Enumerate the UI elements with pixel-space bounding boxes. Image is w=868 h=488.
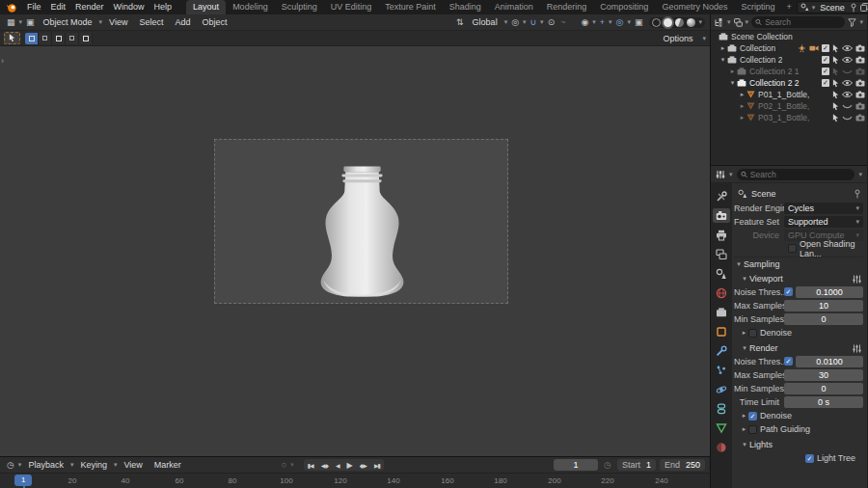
show-object-types-icon[interactable]: ◉ [579,17,590,27]
options-dropdown[interactable]: Options [658,34,697,43]
outliner-row-collection-2-2[interactable]: ▾ Collection 2 2 ✓ [711,77,867,89]
transform-orientation-selector[interactable]: Global [468,17,502,27]
selectable-pointer-icon[interactable] [832,102,839,111]
tab-scene[interactable] [713,266,730,281]
new-scene-icon[interactable] [860,3,868,12]
camera-visibility-icon[interactable] [855,91,865,98]
path-guiding-checkbox[interactable] [748,425,757,434]
tab-scripting[interactable]: Scripting [734,0,781,14]
outliner-row-collection-2[interactable]: ▾ Collection 2 ✓ [711,54,867,66]
menu-window[interactable]: Window [109,0,149,14]
tab-physics[interactable] [713,382,730,396]
camera-visibility-icon[interactable] [855,68,865,75]
filter-funnel-icon[interactable] [848,18,856,27]
tab-uv-editing[interactable]: UV Editing [324,0,379,14]
expand-icon[interactable]: ▸ [738,102,746,110]
active-tool-button[interactable] [4,32,20,44]
outliner-row-collection[interactable]: ▸ Collection ✓ [711,42,867,54]
vp-max-samples-field[interactable]: 10 [784,300,863,312]
menu-help[interactable]: Help [149,0,177,14]
tab-output[interactable] [713,228,730,242]
shading-wireframe-icon[interactable] [652,18,661,27]
selectable-pointer-icon[interactable] [832,44,839,53]
editor-type-3d-icon[interactable]: ▦ [5,17,17,27]
camera-visibility-icon[interactable] [855,56,865,64]
outliner-row-p02-bottle[interactable]: ▸ P02_1_Bottle, [711,100,867,112]
outliner-display-mode-icon[interactable] [715,18,724,27]
shading-solid-icon[interactable] [664,18,672,27]
r-max-samples-field[interactable]: 30 [784,369,863,381]
tab-sculpting[interactable]: Sculpting [275,0,324,14]
play-reverse-button[interactable]: ◀ [332,462,343,469]
tab-collection[interactable] [713,305,730,319]
timeline-ruler[interactable]: 20 40 60 80 100 120 140 160 180 200 220 … [0,473,710,488]
vp-min-samples-field[interactable]: 0 [784,313,863,325]
tab-material[interactable] [713,440,730,454]
tab-texture-paint[interactable]: Texture Paint [378,0,443,14]
outliner-row-scene-collection[interactable]: Scene Collection [711,31,867,42]
expand-icon[interactable]: ▾ [719,56,727,64]
sampling-render-header[interactable]: ▾ Render [740,341,863,355]
tab-tool[interactable] [713,189,730,203]
tab-object[interactable] [713,324,730,339]
expand-icon[interactable]: ▸ [738,91,746,98]
outliner-search-input[interactable] [765,17,841,27]
snap-magnet-icon[interactable]: ∪ [529,17,539,27]
selectable-pointer-icon[interactable] [832,91,839,99]
r-time-limit-field[interactable]: 0 s [784,396,863,408]
selectable-pointer-icon[interactable] [832,114,839,122]
auto-keying-record-button[interactable]: ○ [280,460,288,470]
properties-search-input[interactable] [750,170,852,179]
menu-file[interactable]: File [22,0,46,14]
add-workspace-button[interactable]: + [781,0,796,14]
falloff-icon[interactable]: ~ [558,17,567,27]
collection-checkbox[interactable]: ✓ [822,68,829,75]
frame-end-field[interactable]: End 250 [660,459,705,471]
light-tree-row[interactable]: ✓ Light Tree [805,451,863,465]
collection-checkbox[interactable]: ✓ [822,56,829,64]
camera-visibility-icon[interactable] [855,44,865,52]
tab-constraints[interactable] [713,401,730,416]
xray-toggle-icon[interactable]: ▣ [633,17,645,27]
jump-to-end-button[interactable]: ▶▮ [370,462,384,469]
outliner-item-label[interactable]: P03_1_Bottle, [758,113,809,122]
tab-object-data[interactable] [713,420,730,435]
expand-icon[interactable]: ▸ [738,114,746,122]
preview-range-stopwatch-icon[interactable]: ◷ [602,460,613,470]
render-engine-dropdown[interactable]: Cycles▾ [784,203,863,214]
eye-icon[interactable] [842,91,853,98]
camera-visibility-icon[interactable] [855,102,865,110]
scene-name[interactable]: Scene [818,3,847,13]
viewport-3d[interactable]: › [0,46,710,456]
osl-checkbox[interactable] [788,244,797,253]
jump-to-start-button[interactable]: ▮◀ [304,462,317,469]
select-mode-new-button[interactable] [25,33,39,44]
camera-visibility-icon[interactable] [855,114,865,122]
camera-frame[interactable] [214,139,508,304]
eye-icon[interactable] [842,56,853,64]
select-mode-invert-button[interactable] [66,33,79,44]
frame-start-field[interactable]: Start 1 [617,459,656,471]
outliner-item-label[interactable]: Scene Collection [731,32,793,41]
outliner-item-label[interactable]: Collection 2 1 [749,67,800,76]
outliner-item-label[interactable]: Collection 2 2 [749,78,800,88]
menu-playback[interactable]: Playback [23,460,68,470]
chevron-down-icon[interactable]: ▾ [858,171,862,178]
blender-logo-icon[interactable] [6,2,16,13]
collection-checkbox[interactable]: ✓ [822,79,829,87]
expand-icon[interactable]: ▸ [728,68,737,75]
editor-type-properties-icon[interactable] [716,170,725,179]
play-button[interactable]: ▶ [343,461,356,470]
menu-render[interactable]: Render [70,0,109,14]
next-keyframe-button[interactable]: ◆▶ [356,462,370,469]
menu-keying[interactable]: Keying [75,460,112,470]
vp-noise-checkbox[interactable]: ✓ [784,287,793,296]
shading-material-icon[interactable] [675,18,684,27]
eye-closed-icon[interactable] [842,102,853,110]
pivot-point-icon[interactable]: ◎ [509,17,521,27]
pin-icon[interactable] [854,189,861,199]
scene-selector[interactable]: ▾ Scene × [797,1,868,14]
menu-edit[interactable]: Edit [46,0,71,14]
tab-geometry-nodes[interactable]: Geometry Nodes [655,0,734,14]
tab-particles[interactable] [713,363,730,377]
